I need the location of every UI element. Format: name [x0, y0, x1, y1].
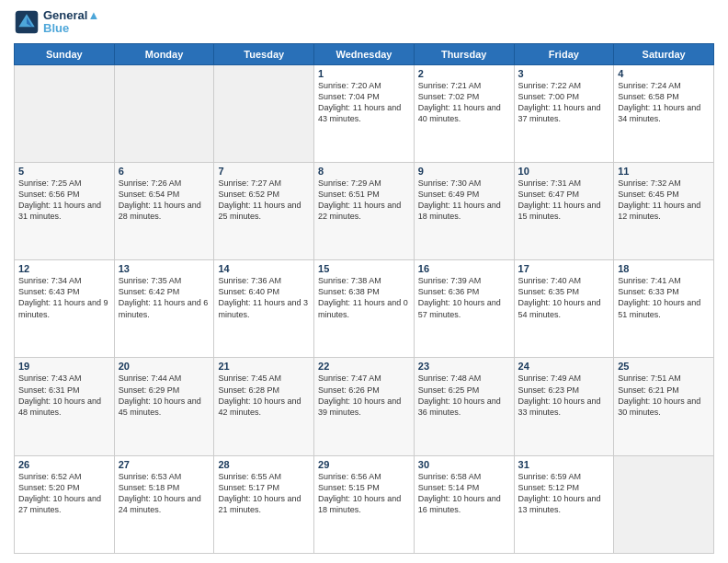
weekday-header: Thursday — [414, 43, 514, 64]
day-number: 21 — [218, 361, 310, 372]
day-info: Sunrise: 7:49 AMSunset: 6:23 PMDaylight:… — [518, 373, 610, 418]
calendar-cell: 5 Sunrise: 7:25 AMSunset: 6:56 PMDayligh… — [15, 162, 115, 259]
day-number: 6 — [119, 166, 210, 177]
day-info: Sunrise: 7:48 AMSunset: 6:25 PMDaylight:… — [418, 373, 510, 418]
calendar-cell: 27 Sunrise: 6:53 AMSunset: 5:18 PMDaylig… — [114, 455, 214, 553]
day-info: Sunrise: 7:45 AMSunset: 6:28 PMDaylight:… — [218, 373, 310, 418]
day-info: Sunrise: 6:58 AMSunset: 5:14 PMDaylight:… — [418, 471, 510, 516]
calendar-cell: 29 Sunrise: 6:56 AMSunset: 5:15 PMDaylig… — [314, 455, 415, 553]
logo-text: General▲ Blue — [43, 9, 99, 36]
day-info: Sunrise: 6:52 AMSunset: 5:20 PMDaylight:… — [18, 471, 110, 516]
calendar-cell: 15 Sunrise: 7:38 AMSunset: 6:38 PMDaylig… — [314, 260, 415, 358]
calendar-cell: 28 Sunrise: 6:55 AMSunset: 5:17 PMDaylig… — [214, 455, 314, 553]
day-info: Sunrise: 7:39 AMSunset: 6:36 PMDaylight:… — [418, 275, 510, 320]
calendar-cell: 20 Sunrise: 7:44 AMSunset: 6:29 PMDaylig… — [114, 358, 214, 455]
day-number: 2 — [418, 68, 510, 79]
day-number: 13 — [119, 263, 210, 274]
calendar-cell: 24 Sunrise: 7:49 AMSunset: 6:23 PMDaylig… — [514, 358, 614, 455]
day-number: 16 — [418, 263, 510, 274]
weekday-header: Saturday — [614, 43, 714, 64]
day-info: Sunrise: 7:29 AMSunset: 6:51 PMDaylight:… — [318, 178, 410, 223]
calendar-cell — [15, 64, 115, 162]
day-number: 7 — [218, 166, 310, 177]
calendar-cell: 21 Sunrise: 7:45 AMSunset: 6:28 PMDaylig… — [214, 358, 314, 455]
logo: General▲ Blue — [14, 9, 99, 36]
day-number: 18 — [618, 263, 710, 274]
day-info: Sunrise: 7:27 AMSunset: 6:52 PMDaylight:… — [218, 178, 310, 223]
day-info: Sunrise: 7:22 AMSunset: 7:00 PMDaylight:… — [518, 80, 610, 125]
day-number: 11 — [618, 166, 710, 177]
day-number: 25 — [618, 361, 710, 372]
weekday-header: Wednesday — [314, 43, 415, 64]
day-info: Sunrise: 7:35 AMSunset: 6:42 PMDaylight:… — [119, 275, 210, 320]
day-number: 5 — [18, 166, 110, 177]
day-number: 12 — [18, 263, 110, 274]
calendar-cell — [114, 64, 214, 162]
day-info: Sunrise: 7:21 AMSunset: 7:02 PMDaylight:… — [418, 80, 510, 125]
calendar-cell: 4 Sunrise: 7:24 AMSunset: 6:58 PMDayligh… — [614, 64, 714, 162]
calendar-cell: 18 Sunrise: 7:41 AMSunset: 6:33 PMDaylig… — [614, 260, 714, 358]
day-info: Sunrise: 7:47 AMSunset: 6:26 PMDaylight:… — [318, 373, 410, 418]
calendar-cell — [614, 455, 714, 553]
day-number: 9 — [418, 166, 510, 177]
calendar-cell: 16 Sunrise: 7:39 AMSunset: 6:36 PMDaylig… — [414, 260, 514, 358]
calendar-cell: 26 Sunrise: 6:52 AMSunset: 5:20 PMDaylig… — [15, 455, 115, 553]
day-number: 31 — [518, 459, 610, 470]
calendar-cell: 10 Sunrise: 7:31 AMSunset: 6:47 PMDaylig… — [514, 162, 614, 259]
calendar-cell: 30 Sunrise: 6:58 AMSunset: 5:14 PMDaylig… — [414, 455, 514, 553]
calendar-cell: 11 Sunrise: 7:32 AMSunset: 6:45 PMDaylig… — [614, 162, 714, 259]
day-info: Sunrise: 7:32 AMSunset: 6:45 PMDaylight:… — [618, 178, 710, 223]
day-info: Sunrise: 6:53 AMSunset: 5:18 PMDaylight:… — [119, 471, 210, 516]
weekday-header: Tuesday — [214, 43, 314, 64]
calendar-cell: 1 Sunrise: 7:20 AMSunset: 7:04 PMDayligh… — [314, 64, 415, 162]
calendar-table: SundayMondayTuesdayWednesdayThursdayFrid… — [14, 43, 714, 554]
calendar-cell: 3 Sunrise: 7:22 AMSunset: 7:00 PMDayligh… — [514, 64, 614, 162]
day-number: 19 — [18, 361, 110, 372]
day-number: 23 — [418, 361, 510, 372]
day-info: Sunrise: 6:55 AMSunset: 5:17 PMDaylight:… — [218, 471, 310, 516]
day-info: Sunrise: 7:31 AMSunset: 6:47 PMDaylight:… — [518, 178, 610, 223]
calendar-cell: 19 Sunrise: 7:43 AMSunset: 6:31 PMDaylig… — [15, 358, 115, 455]
day-info: Sunrise: 7:26 AMSunset: 6:54 PMDaylight:… — [119, 178, 210, 223]
day-info: Sunrise: 7:43 AMSunset: 6:31 PMDaylight:… — [18, 373, 110, 418]
calendar-cell: 8 Sunrise: 7:29 AMSunset: 6:51 PMDayligh… — [314, 162, 415, 259]
logo-icon — [14, 9, 40, 35]
day-info: Sunrise: 7:24 AMSunset: 6:58 PMDaylight:… — [618, 80, 710, 125]
day-info: Sunrise: 6:56 AMSunset: 5:15 PMDaylight:… — [318, 471, 410, 516]
day-info: Sunrise: 7:34 AMSunset: 6:43 PMDaylight:… — [18, 275, 110, 320]
day-info: Sunrise: 7:20 AMSunset: 7:04 PMDaylight:… — [318, 80, 410, 125]
day-number: 3 — [518, 68, 610, 79]
day-info: Sunrise: 7:40 AMSunset: 6:35 PMDaylight:… — [518, 275, 610, 320]
calendar-cell: 7 Sunrise: 7:27 AMSunset: 6:52 PMDayligh… — [214, 162, 314, 259]
calendar-cell: 23 Sunrise: 7:48 AMSunset: 6:25 PMDaylig… — [414, 358, 514, 455]
weekday-header: Sunday — [15, 43, 115, 64]
day-number: 17 — [518, 263, 610, 274]
day-number: 30 — [418, 459, 510, 470]
calendar-cell: 2 Sunrise: 7:21 AMSunset: 7:02 PMDayligh… — [414, 64, 514, 162]
day-info: Sunrise: 7:30 AMSunset: 6:49 PMDaylight:… — [418, 178, 510, 223]
day-number: 14 — [218, 263, 310, 274]
day-number: 1 — [318, 68, 410, 79]
calendar-cell — [214, 64, 314, 162]
calendar-cell: 25 Sunrise: 7:51 AMSunset: 6:21 PMDaylig… — [614, 358, 714, 455]
day-number: 10 — [518, 166, 610, 177]
calendar-cell: 22 Sunrise: 7:47 AMSunset: 6:26 PMDaylig… — [314, 358, 415, 455]
calendar-cell: 9 Sunrise: 7:30 AMSunset: 6:49 PMDayligh… — [414, 162, 514, 259]
calendar-cell: 12 Sunrise: 7:34 AMSunset: 6:43 PMDaylig… — [15, 260, 115, 358]
day-number: 4 — [618, 68, 710, 79]
day-number: 22 — [318, 361, 410, 372]
calendar-cell: 17 Sunrise: 7:40 AMSunset: 6:35 PMDaylig… — [514, 260, 614, 358]
day-info: Sunrise: 7:38 AMSunset: 6:38 PMDaylight:… — [318, 275, 410, 320]
day-number: 8 — [318, 166, 410, 177]
page-header: General▲ Blue — [14, 9, 714, 36]
calendar-cell: 31 Sunrise: 6:59 AMSunset: 5:12 PMDaylig… — [514, 455, 614, 553]
day-info: Sunrise: 7:44 AMSunset: 6:29 PMDaylight:… — [119, 373, 210, 418]
day-number: 20 — [119, 361, 210, 372]
calendar-cell: 6 Sunrise: 7:26 AMSunset: 6:54 PMDayligh… — [114, 162, 214, 259]
day-number: 24 — [518, 361, 610, 372]
day-info: Sunrise: 7:25 AMSunset: 6:56 PMDaylight:… — [18, 178, 110, 223]
day-number: 29 — [318, 459, 410, 470]
day-info: Sunrise: 7:51 AMSunset: 6:21 PMDaylight:… — [618, 373, 710, 418]
day-info: Sunrise: 6:59 AMSunset: 5:12 PMDaylight:… — [518, 471, 610, 516]
day-info: Sunrise: 7:41 AMSunset: 6:33 PMDaylight:… — [618, 275, 710, 320]
